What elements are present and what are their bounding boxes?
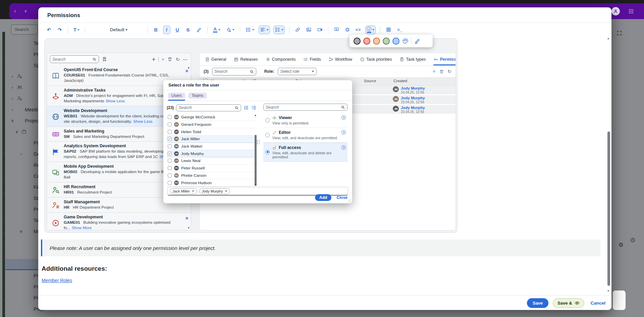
info-block-button[interactable]: i	[365, 25, 376, 34]
scroll-up-icon[interactable]: ▲	[187, 66, 190, 69]
drag-handle[interactable]	[257, 140, 260, 144]
fill-color-button[interactable]	[225, 25, 235, 34]
bold-button[interactable]: B	[152, 25, 160, 34]
settings-tab[interactable]: Permission	[433, 53, 456, 65]
align-button[interactable]	[259, 25, 270, 34]
resize-handle[interactable]	[348, 199, 351, 202]
list-button[interactable]	[245, 25, 255, 34]
user-checkbox[interactable]: ✓	[168, 115, 172, 119]
insert-table-button[interactable]	[385, 25, 392, 34]
settings-tab[interactable]: Components	[266, 53, 296, 65]
help-icon[interactable]: ?	[341, 145, 346, 150]
palette-color-swatch[interactable]	[354, 38, 361, 45]
created-by[interactable]: Jody Murphy	[401, 86, 425, 91]
settings-tab[interactable]: Workflow	[329, 53, 352, 65]
italic-button[interactable]: i	[163, 25, 170, 34]
created-by[interactable]: Jody Murphy	[401, 106, 425, 110]
close-button[interactable]: Close	[336, 195, 347, 200]
scroll-down-icon[interactable]: ▼	[607, 289, 610, 293]
settings-tab[interactable]: Fields	[303, 53, 321, 65]
add-button[interactable]: Add	[315, 194, 331, 201]
permissions-search-input[interactable]: Search	[212, 68, 256, 75]
palette-icon[interactable]	[402, 38, 409, 44]
user-list-item[interactable]: ✓ JW Jack Walker	[167, 143, 257, 150]
settings-tab[interactable]: General	[205, 53, 226, 65]
scroll-down-icon[interactable]: ▼	[187, 226, 190, 229]
link-button[interactable]	[294, 25, 302, 34]
user-avatar[interactable]	[611, 7, 620, 15]
palette-color-swatch[interactable]	[383, 38, 390, 45]
show-toggle-link[interactable]: Show Less	[106, 99, 125, 103]
projects-search-input[interactable]: Search	[50, 55, 99, 63]
cancel-button[interactable]: Cancel	[591, 301, 605, 306]
line-spacing-button[interactable]	[273, 25, 285, 34]
role-option[interactable]: Viewer View only is permitted. ?	[263, 113, 347, 128]
insert-template-button[interactable]	[333, 25, 340, 34]
more-options-icon[interactable]: ⋯	[183, 57, 188, 62]
scroll-up-icon[interactable]: ▲	[254, 114, 257, 117]
user-token-chip[interactable]: Jack Miller✕	[170, 188, 197, 194]
underline-button[interactable]: U	[174, 25, 181, 34]
role-option[interactable]: Editor View, edit, and deactivate are pe…	[263, 128, 347, 143]
add-project-chevron[interactable]: ∨	[162, 57, 164, 61]
insert-video-button[interactable]	[316, 25, 324, 34]
remove-token-icon[interactable]: ✕	[225, 190, 227, 193]
user-list-item[interactable]: ✓ JM Jack Miller	[167, 136, 257, 143]
app-grid-icon[interactable]	[628, 8, 634, 14]
remove-token-icon[interactable]: ✕	[192, 190, 195, 193]
delete-icon[interactable]	[167, 56, 173, 62]
help-icon[interactable]: ?	[341, 130, 346, 135]
refresh-icon[interactable]: ↻	[447, 69, 451, 74]
insert-image-button[interactable]	[305, 25, 313, 34]
user-checkbox[interactable]: ✓	[168, 144, 172, 148]
settings-tab[interactable]: Task types	[399, 53, 426, 65]
save-button[interactable]: Save	[527, 298, 548, 308]
palette-color-swatch[interactable]	[363, 38, 370, 45]
font-color-button[interactable]: A	[212, 25, 221, 34]
user-list-item[interactable]: ✓ GM George McCormick	[167, 114, 257, 121]
refresh-icon[interactable]: ↻	[176, 57, 180, 62]
help-icon[interactable]: ?	[341, 115, 346, 120]
user-checkbox[interactable]: ✓	[168, 137, 172, 141]
terminal-button[interactable]: >_	[396, 25, 403, 34]
settings-gear-button[interactable]: ⚙	[344, 25, 351, 34]
palette-color-swatch[interactable]	[392, 38, 399, 45]
user-list-item[interactable]: ✓ HT Helen Todd	[167, 128, 257, 136]
saved-search-icon[interactable]	[102, 56, 107, 62]
user-list-item[interactable]: ✓ JM Jody Murphy	[167, 150, 257, 157]
highlight-pen-button[interactable]	[195, 25, 203, 34]
back-icon[interactable]: ‹	[14, 8, 16, 14]
user-token-chip[interactable]: Jody Murphy✕	[199, 188, 230, 194]
undo-button[interactable]: ↶	[45, 25, 53, 34]
role-radio[interactable]	[265, 133, 270, 137]
user-list-item[interactable]: ✓ PR Peter Russell	[167, 165, 257, 172]
text-style-button[interactable]: T	[72, 25, 80, 34]
user-checkbox[interactable]: ✓	[168, 181, 172, 185]
user-list-item[interactable]: ✓ GF Gerard Ferguson	[167, 121, 257, 128]
users-search-input[interactable]: Search	[176, 104, 241, 111]
custom-pen-icon[interactable]	[414, 38, 421, 44]
user-checkbox[interactable]: ✓	[168, 173, 172, 177]
users-scrollbar[interactable]: ▲ ▼	[254, 114, 257, 186]
role-option[interactable]: Full access View, edit, deactivate and d…	[263, 143, 347, 162]
user-checkbox[interactable]: ✓	[168, 122, 172, 126]
delete-icon[interactable]	[439, 69, 444, 74]
created-by[interactable]: Jody Murphy	[401, 96, 425, 100]
scroll-up-icon[interactable]: ▲	[607, 37, 610, 40]
paragraph-style-select[interactable]: Default	[110, 27, 127, 32]
user-checkbox[interactable]: ✓	[168, 152, 172, 156]
add-permission-button[interactable]: +	[432, 68, 436, 75]
chevron-down-icon[interactable]: ∨	[24, 9, 27, 13]
show-toggle-link[interactable]: Show Less	[133, 119, 153, 124]
user-checkbox[interactable]: ✓	[168, 159, 172, 163]
user-checkbox[interactable]: ✓	[168, 166, 172, 170]
user-list-item[interactable]: ✓ PC Phebe Carson	[167, 172, 257, 179]
dialog-tab[interactable]: Users	[168, 93, 185, 99]
show-toggle-link[interactable]: Show More	[72, 225, 92, 230]
redo-button[interactable]: ↷	[56, 25, 63, 34]
add-project-button[interactable]: +	[152, 56, 155, 62]
scroll-down-icon[interactable]: ▼	[254, 183, 257, 186]
user-list-item[interactable]: ✓ LN Lewis Neal	[167, 157, 257, 165]
strikethrough-button[interactable]: S	[184, 25, 192, 34]
settings-tab[interactable]: Releases	[234, 53, 258, 65]
